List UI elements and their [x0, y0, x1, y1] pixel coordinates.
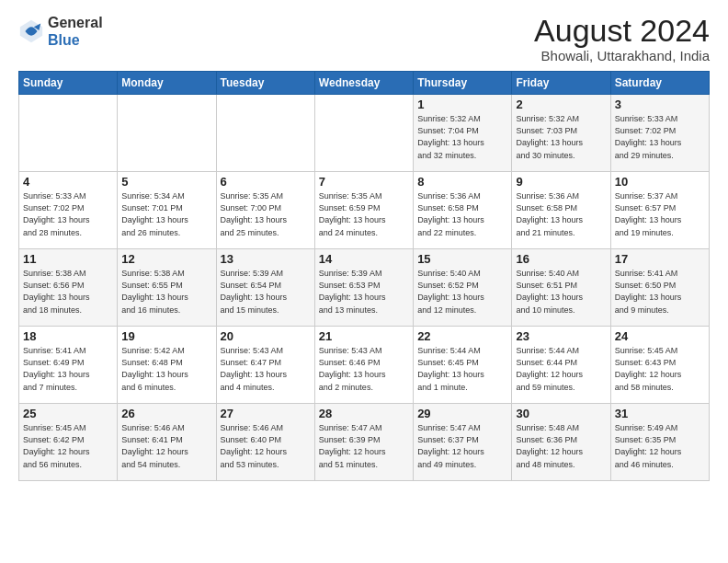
- day-info: Sunrise: 5:40 AM Sunset: 6:52 PM Dayligh…: [417, 268, 507, 316]
- calendar-cell-5-2: 26Sunrise: 5:46 AM Sunset: 6:41 PM Dayli…: [118, 404, 216, 481]
- day-number: 6: [221, 175, 311, 189]
- day-number: 21: [319, 329, 409, 343]
- day-info: Sunrise: 5:32 AM Sunset: 7:04 PM Dayligh…: [417, 113, 507, 161]
- calendar-cell-1-3: [216, 95, 314, 172]
- calendar-cell-2-1: 4Sunrise: 5:33 AM Sunset: 7:02 PM Daylig…: [19, 172, 118, 249]
- day-number: 26: [121, 407, 211, 420]
- subtitle: Bhowali, Uttarakhand, India: [534, 48, 710, 63]
- calendar-cell-4-6: 23Sunrise: 5:44 AM Sunset: 6:44 PM Dayli…: [512, 327, 610, 404]
- day-info: Sunrise: 5:44 AM Sunset: 6:44 PM Dayligh…: [516, 345, 606, 393]
- day-number: 22: [417, 329, 507, 343]
- logo: General Blue: [18, 14, 103, 49]
- day-info: Sunrise: 5:36 AM Sunset: 6:58 PM Dayligh…: [516, 190, 606, 238]
- day-info: Sunrise: 5:37 AM Sunset: 6:57 PM Dayligh…: [615, 190, 705, 238]
- day-number: 8: [417, 175, 507, 189]
- day-number: 27: [221, 407, 311, 420]
- day-info: Sunrise: 5:47 AM Sunset: 6:37 PM Dayligh…: [417, 422, 507, 470]
- day-info: Sunrise: 5:46 AM Sunset: 6:40 PM Dayligh…: [221, 422, 311, 470]
- day-number: 13: [221, 252, 311, 266]
- day-number: 16: [516, 252, 606, 266]
- logo-icon: [18, 18, 44, 44]
- day-info: Sunrise: 5:39 AM Sunset: 6:53 PM Dayligh…: [319, 268, 409, 316]
- calendar-cell-3-2: 12Sunrise: 5:38 AM Sunset: 6:55 PM Dayli…: [118, 249, 216, 327]
- day-info: Sunrise: 5:46 AM Sunset: 6:41 PM Dayligh…: [121, 422, 211, 470]
- calendar-cell-2-4: 7Sunrise: 5:35 AM Sunset: 6:59 PM Daylig…: [314, 172, 413, 249]
- calendar-cell-3-6: 16Sunrise: 5:40 AM Sunset: 6:51 PM Dayli…: [512, 249, 610, 327]
- day-number: 7: [319, 175, 409, 189]
- calendar-cell-2-7: 10Sunrise: 5:37 AM Sunset: 6:57 PM Dayli…: [610, 172, 709, 249]
- header: General Blue August 2024 Bhowali, Uttara…: [18, 14, 710, 63]
- weekday-header-tuesday: Tuesday: [216, 72, 314, 95]
- day-number: 11: [23, 252, 113, 266]
- day-number: 30: [516, 407, 606, 420]
- calendar-cell-4-2: 19Sunrise: 5:42 AM Sunset: 6:48 PM Dayli…: [118, 327, 216, 404]
- calendar-week-row-2: 4Sunrise: 5:33 AM Sunset: 7:02 PM Daylig…: [19, 172, 710, 249]
- day-number: 23: [516, 329, 606, 343]
- day-info: Sunrise: 5:43 AM Sunset: 6:46 PM Dayligh…: [319, 345, 409, 393]
- weekday-header-wednesday: Wednesday: [314, 72, 413, 95]
- calendar-week-row-4: 18Sunrise: 5:41 AM Sunset: 6:49 PM Dayli…: [19, 327, 710, 404]
- day-info: Sunrise: 5:41 AM Sunset: 6:50 PM Dayligh…: [615, 268, 705, 316]
- calendar-cell-3-5: 15Sunrise: 5:40 AM Sunset: 6:52 PM Dayli…: [414, 249, 512, 327]
- calendar-cell-1-1: [19, 95, 118, 172]
- day-info: Sunrise: 5:48 AM Sunset: 6:36 PM Dayligh…: [516, 422, 606, 470]
- calendar-cell-4-1: 18Sunrise: 5:41 AM Sunset: 6:49 PM Dayli…: [19, 327, 118, 404]
- calendar-cell-4-5: 22Sunrise: 5:44 AM Sunset: 6:45 PM Dayli…: [414, 327, 512, 404]
- main-title: August 2024: [534, 14, 710, 48]
- calendar-cell-3-7: 17Sunrise: 5:41 AM Sunset: 6:50 PM Dayli…: [610, 249, 709, 327]
- calendar-week-row-3: 11Sunrise: 5:38 AM Sunset: 6:56 PM Dayli…: [19, 249, 710, 327]
- day-number: 20: [221, 329, 311, 343]
- logo-general: General: [48, 14, 103, 31]
- day-number: 10: [615, 175, 705, 189]
- day-info: Sunrise: 5:36 AM Sunset: 6:58 PM Dayligh…: [417, 190, 507, 238]
- calendar-cell-2-6: 9Sunrise: 5:36 AM Sunset: 6:58 PM Daylig…: [512, 172, 610, 249]
- logo-text: General Blue: [48, 14, 103, 49]
- calendar-cell-5-3: 27Sunrise: 5:46 AM Sunset: 6:40 PM Dayli…: [216, 404, 314, 481]
- day-number: 18: [23, 329, 113, 343]
- day-number: 31: [615, 407, 705, 420]
- calendar-cell-1-7: 3Sunrise: 5:33 AM Sunset: 7:02 PM Daylig…: [610, 95, 709, 172]
- day-info: Sunrise: 5:45 AM Sunset: 6:43 PM Dayligh…: [615, 345, 705, 393]
- day-info: Sunrise: 5:38 AM Sunset: 6:56 PM Dayligh…: [23, 268, 113, 316]
- calendar-cell-5-1: 25Sunrise: 5:45 AM Sunset: 6:42 PM Dayli…: [19, 404, 118, 481]
- calendar-cell-5-7: 31Sunrise: 5:49 AM Sunset: 6:35 PM Dayli…: [610, 404, 709, 481]
- day-number: 9: [516, 175, 606, 189]
- weekday-header-monday: Monday: [118, 72, 216, 95]
- calendar-cell-1-5: 1Sunrise: 5:32 AM Sunset: 7:04 PM Daylig…: [414, 95, 512, 172]
- day-info: Sunrise: 5:35 AM Sunset: 6:59 PM Dayligh…: [319, 190, 409, 238]
- day-info: Sunrise: 5:49 AM Sunset: 6:35 PM Dayligh…: [615, 422, 705, 470]
- calendar-cell-2-5: 8Sunrise: 5:36 AM Sunset: 6:58 PM Daylig…: [414, 172, 512, 249]
- day-number: 25: [23, 407, 113, 420]
- calendar-cell-1-4: [314, 95, 413, 172]
- day-number: 12: [121, 252, 211, 266]
- weekday-header-friday: Friday: [512, 72, 610, 95]
- weekday-header-thursday: Thursday: [414, 72, 512, 95]
- day-info: Sunrise: 5:42 AM Sunset: 6:48 PM Dayligh…: [121, 345, 211, 393]
- calendar-cell-2-3: 6Sunrise: 5:35 AM Sunset: 7:00 PM Daylig…: [216, 172, 314, 249]
- page: General Blue August 2024 Bhowali, Uttara…: [0, 0, 728, 563]
- day-number: 2: [516, 98, 606, 111]
- day-info: Sunrise: 5:40 AM Sunset: 6:51 PM Dayligh…: [516, 268, 606, 316]
- day-number: 29: [417, 407, 507, 420]
- calendar-cell-1-6: 2Sunrise: 5:32 AM Sunset: 7:03 PM Daylig…: [512, 95, 610, 172]
- day-info: Sunrise: 5:47 AM Sunset: 6:39 PM Dayligh…: [319, 422, 409, 470]
- day-info: Sunrise: 5:38 AM Sunset: 6:55 PM Dayligh…: [121, 268, 211, 316]
- day-number: 4: [23, 175, 113, 189]
- day-number: 28: [319, 407, 409, 420]
- weekday-header-saturday: Saturday: [610, 72, 709, 95]
- calendar-cell-3-4: 14Sunrise: 5:39 AM Sunset: 6:53 PM Dayli…: [314, 249, 413, 327]
- calendar-week-row-5: 25Sunrise: 5:45 AM Sunset: 6:42 PM Dayli…: [19, 404, 710, 481]
- calendar-cell-5-6: 30Sunrise: 5:48 AM Sunset: 6:36 PM Dayli…: [512, 404, 610, 481]
- day-info: Sunrise: 5:45 AM Sunset: 6:42 PM Dayligh…: [23, 422, 113, 470]
- day-info: Sunrise: 5:34 AM Sunset: 7:01 PM Dayligh…: [121, 190, 211, 238]
- day-number: 15: [417, 252, 507, 266]
- day-info: Sunrise: 5:33 AM Sunset: 7:02 PM Dayligh…: [23, 190, 113, 238]
- day-info: Sunrise: 5:41 AM Sunset: 6:49 PM Dayligh…: [23, 345, 113, 393]
- calendar-week-row-1: 1Sunrise: 5:32 AM Sunset: 7:04 PM Daylig…: [19, 95, 710, 172]
- day-info: Sunrise: 5:32 AM Sunset: 7:03 PM Dayligh…: [516, 113, 606, 161]
- calendar-cell-4-7: 24Sunrise: 5:45 AM Sunset: 6:43 PM Dayli…: [610, 327, 709, 404]
- calendar-cell-4-4: 21Sunrise: 5:43 AM Sunset: 6:46 PM Dayli…: [314, 327, 413, 404]
- calendar-cell-4-3: 20Sunrise: 5:43 AM Sunset: 6:47 PM Dayli…: [216, 327, 314, 404]
- calendar-cell-5-5: 29Sunrise: 5:47 AM Sunset: 6:37 PM Dayli…: [414, 404, 512, 481]
- day-number: 19: [121, 329, 211, 343]
